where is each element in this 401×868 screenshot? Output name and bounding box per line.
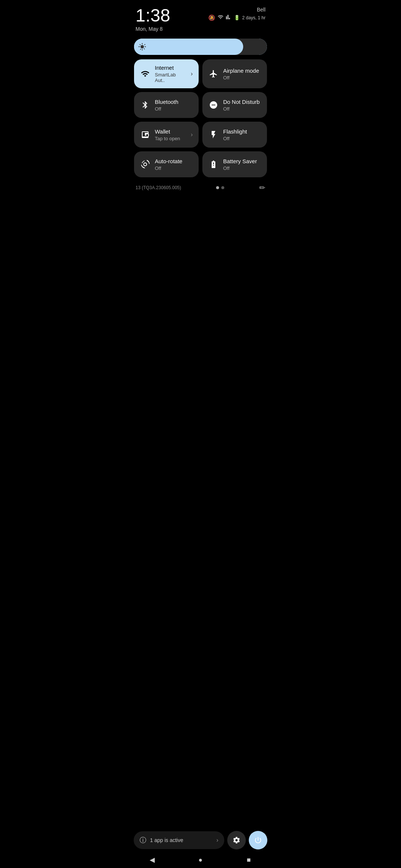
tile-wallet-label: Wallet [155,128,186,135]
tile-batterysaver-text: Battery Saver Off [223,158,261,171]
bluetooth-icon [140,100,150,110]
battery-icon: 🔋 [234,15,240,20]
tile-bluetooth-label: Bluetooth [155,99,193,105]
tile-airplane-sublabel: Off [223,75,261,80]
tile-bluetooth-text: Bluetooth Off [155,99,193,112]
status-right: Bell 🔕 🔋 2 days, 1 hr [208,7,265,21]
tile-dnd-sublabel: Off [223,106,261,112]
tile-autorotate-label: Auto-rotate [155,158,193,165]
batterysaver-icon [208,159,219,170]
tile-wallet[interactable]: Wallet Tap to open › [134,122,199,148]
tile-flashlight-sublabel: Off [223,136,261,141]
brightness-slider[interactable] [134,39,267,55]
tile-wallet-sublabel: Tap to open [155,136,186,141]
wifi-icon [140,69,150,79]
page-dot-1 [216,186,219,189]
build-number: 13 (TQ3A.230605.005) [136,185,181,190]
flashlight-icon [208,129,219,140]
tile-wallet-chevron: › [191,131,193,138]
tile-flashlight-label: Flashlight [223,128,261,135]
autorotate-icon [140,159,150,170]
wallet-icon [140,129,150,140]
tile-internet[interactable]: Internet SmartLab Aut.. › [134,59,199,88]
quick-settings-grid: Internet SmartLab Aut.. › Airplane mode … [128,59,273,177]
tile-flashlight[interactable]: Flashlight Off [202,122,267,148]
tile-bluetooth-sublabel: Off [155,106,193,112]
tile-autorotate-text: Auto-rotate Off [155,158,193,171]
tile-wallet-text: Wallet Tap to open [155,128,186,141]
status-icons: 🔕 🔋 2 days, 1 hr [208,14,265,21]
tile-batterysaver-label: Battery Saver [223,158,261,165]
tile-bluetooth[interactable]: Bluetooth Off [134,92,199,118]
brightness-thumb [134,39,150,55]
tile-dnd-text: Do Not Disturb Off [223,99,261,112]
clock: 1:38 [136,7,170,24]
brightness-row[interactable] [134,39,267,55]
battery-text: 2 days, 1 hr [242,15,265,20]
tile-dnd-label: Do Not Disturb [223,99,261,105]
tile-airplane-text: Airplane mode Off [223,68,261,80]
tile-internet-text: Internet SmartLab Aut.. [155,65,186,83]
status-bar: 1:38 Mon, May 8 Bell 🔕 🔋 2 days, 1 hr [128,0,273,35]
airplane-icon [208,69,219,79]
signal-icon [226,14,232,21]
tile-internet-label: Internet [155,65,186,71]
page-dot-2 [221,186,224,189]
tile-autorotate[interactable]: Auto-rotate Off [134,151,199,177]
wifi-status-icon [218,14,224,21]
mute-icon: 🔕 [208,14,215,21]
tile-internet-chevron: › [191,70,193,77]
tile-flashlight-text: Flashlight Off [223,128,261,141]
tile-batterysaver[interactable]: Battery Saver Off [202,151,267,177]
dnd-icon [208,100,219,110]
tile-internet-sublabel: SmartLab Aut.. [155,72,186,83]
quick-footer: 13 (TQ3A.230605.005) ✏ [128,181,273,195]
tile-airplane[interactable]: Airplane mode Off [202,59,267,88]
tile-dnd[interactable]: Do Not Disturb Off [202,92,267,118]
date: Mon, May 8 [136,26,170,32]
tile-batterysaver-sublabel: Off [223,165,261,171]
tile-autorotate-sublabel: Off [155,165,193,171]
tile-airplane-label: Airplane mode [223,68,261,74]
edit-icon[interactable]: ✏ [259,183,265,192]
page-dots [216,186,224,189]
carrier-label: Bell [257,7,265,13]
